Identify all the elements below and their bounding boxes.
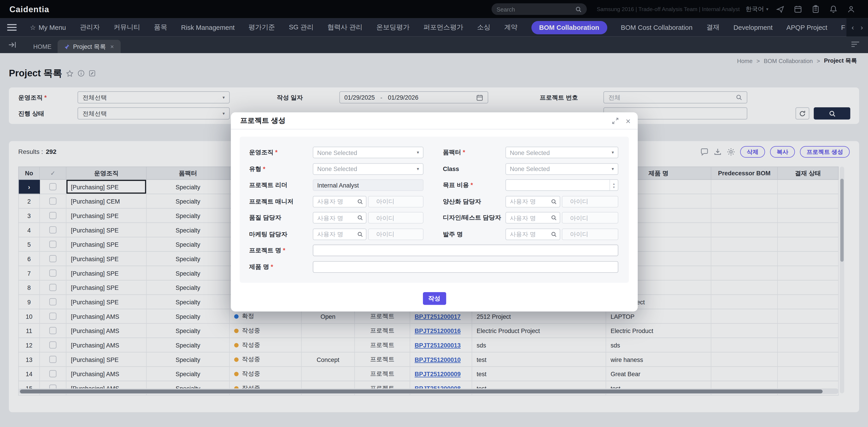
select-all-check-icon[interactable]: ✓ (51, 170, 56, 177)
filter-date-range[interactable]: 01/29/2025 - 01/29/2026 (339, 91, 488, 103)
search-icon[interactable] (357, 199, 363, 205)
project-number-link[interactable]: BPJT251200016 (414, 327, 461, 334)
row-checkbox[interactable] (49, 255, 57, 262)
row-checkbox[interactable] (49, 370, 57, 377)
number-stepper[interactable]: ▲▼ (610, 180, 618, 191)
vertical-scrollbar-thumb[interactable] (840, 179, 844, 262)
text-input[interactable] (313, 245, 618, 256)
modal-submit-button[interactable]: 작성 (423, 292, 446, 305)
tab-home[interactable]: HOME (27, 40, 58, 53)
input-field-프로젝트 명[interactable] (313, 245, 618, 256)
tab-project-list[interactable]: Project 목록 × (58, 40, 121, 53)
search-icon[interactable] (551, 199, 557, 205)
info-icon[interactable] (78, 70, 85, 77)
nav-item[interactable]: 결재 (706, 23, 720, 32)
column-header[interactable]: 폼팩터 (147, 166, 230, 180)
download-icon[interactable] (714, 148, 722, 156)
user-name-field[interactable] (313, 212, 366, 224)
user-name-field[interactable] (505, 228, 560, 240)
select-폼팩터[interactable]: None Selected▾ (505, 147, 618, 158)
row-checkbox[interactable] (49, 183, 57, 191)
table-row[interactable]: 13[Purchasing] SPESpecialty작성중Concept프로젝… (18, 353, 839, 367)
modal-expand-icon[interactable] (612, 117, 619, 125)
favorite-star-icon[interactable] (66, 69, 74, 77)
row-checkbox[interactable] (49, 313, 57, 320)
nav-item[interactable]: 온보딩평가 (376, 23, 410, 32)
user-id-input[interactable] (566, 229, 614, 239)
row-checkbox[interactable] (49, 269, 57, 277)
user-icon[interactable] (847, 5, 855, 13)
search-icon[interactable] (357, 215, 363, 221)
refresh-button[interactable] (796, 107, 809, 120)
text-input[interactable] (313, 262, 618, 272)
user-name-field[interactable] (505, 212, 560, 224)
global-search[interactable] (492, 3, 587, 15)
date-from-value[interactable]: 01/29/2025 (344, 94, 375, 101)
row-checkbox[interactable] (49, 212, 57, 219)
user-id-input[interactable] (372, 212, 419, 223)
filter-status-select[interactable]: 전체선택 ▾ (78, 107, 230, 120)
select-운영조직[interactable]: None Selected▾ (313, 147, 424, 158)
nav-item[interactable]: 평가기준 (248, 23, 275, 32)
settings-gear-icon[interactable] (727, 148, 735, 156)
stepper-up-icon[interactable]: ▲ (613, 182, 615, 185)
row-checkbox[interactable] (49, 298, 57, 305)
column-header[interactable]: ✓ (40, 166, 66, 180)
breadcrumb-home[interactable]: Home (737, 58, 753, 64)
row-checkbox[interactable] (49, 327, 57, 334)
input-field-제품 명[interactable] (313, 261, 618, 272)
row-checkbox[interactable] (49, 197, 57, 205)
column-header[interactable]: 결재 상태 (778, 166, 839, 180)
comment-icon[interactable] (700, 148, 709, 156)
date-to-value[interactable]: 01/29/2026 (388, 94, 418, 101)
column-header[interactable]: No (18, 166, 40, 180)
delete-button[interactable]: 삭제 (740, 146, 765, 158)
user-name-field[interactable] (505, 196, 560, 207)
table-row[interactable]: 14[Purchasing] AMSSpecialty작성중프로젝트BPJT25… (18, 367, 839, 381)
language-selector[interactable]: 한국어 ▾ (746, 0, 768, 18)
number-field-목표 비용[interactable]: ▲▼ (505, 179, 618, 191)
breadcrumb-bom-collaboration[interactable]: BOM Collaboration (764, 58, 813, 64)
nav-item[interactable]: ☆My Menu (30, 24, 66, 31)
select-Class[interactable]: None Selected▾ (505, 163, 618, 175)
filter-project-no-input[interactable]: 전체 (603, 91, 747, 103)
nav-item[interactable]: Development (734, 24, 773, 31)
search-icon[interactable] (575, 6, 582, 12)
user-id-input[interactable] (566, 196, 614, 207)
hamburger-menu-icon[interactable] (0, 24, 23, 31)
user-id-input[interactable] (566, 212, 614, 223)
user-id-field[interactable] (368, 196, 424, 207)
search-icon[interactable] (551, 231, 557, 237)
table-row[interactable]: 12[Purchasing] AMSSpecialty작성중프로젝트BPJT25… (18, 338, 839, 353)
nav-item[interactable]: 협력사 관리 (328, 23, 363, 32)
nav-item[interactable]: BOM Collaboration (531, 21, 607, 34)
filter-org-select[interactable]: 전체선택 ▾ (78, 91, 230, 103)
nav-item[interactable]: APQP Project (786, 24, 827, 31)
nav-item[interactable]: 퍼포먼스평가 (423, 23, 463, 32)
search-button[interactable] (814, 107, 850, 120)
row-checkbox[interactable] (49, 284, 57, 291)
modal-close-icon[interactable]: × (626, 117, 630, 125)
memo-icon[interactable] (89, 70, 96, 77)
user-id-field[interactable] (562, 196, 618, 207)
search-icon[interactable] (357, 231, 363, 237)
nav-item[interactable]: 품목 (154, 23, 167, 32)
nav-item[interactable]: 소싱 (477, 23, 491, 32)
nav-scroll-right-icon[interactable]: › (861, 23, 863, 32)
vertical-scrollbar[interactable] (840, 166, 844, 393)
select-유형[interactable]: None Selected▾ (313, 163, 424, 175)
number-input[interactable] (506, 182, 610, 189)
user-id-field[interactable] (368, 228, 424, 240)
column-header[interactable]: 운영조직 (66, 166, 147, 180)
nav-item[interactable]: BOM Cost Collaboration (621, 24, 692, 31)
stepper-down-icon[interactable]: ▼ (613, 185, 615, 189)
column-header[interactable]: Predecessor BOM (711, 166, 778, 180)
create-project-button[interactable]: 프로젝트 생성 (800, 146, 850, 158)
clipboard-icon[interactable] (811, 5, 820, 13)
user-id-input[interactable] (372, 196, 419, 207)
nav-item[interactable]: F (841, 24, 845, 31)
project-number-link[interactable]: BPJT251200010 (414, 356, 461, 363)
user-id-field[interactable] (562, 212, 618, 224)
search-icon[interactable] (736, 94, 742, 101)
copy-button[interactable]: 복사 (770, 146, 795, 158)
